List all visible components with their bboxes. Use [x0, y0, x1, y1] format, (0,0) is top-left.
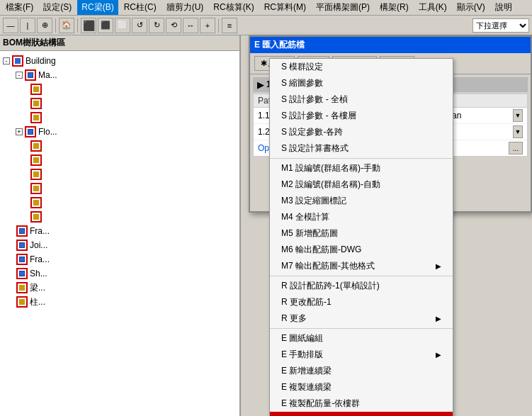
menu-r2[interactable]: R 更改配筋-1	[270, 294, 453, 310]
floor-icon-joi	[16, 239, 28, 252]
menu-e5[interactable]: E 複製配筋量-依樓群	[270, 395, 453, 412]
menu-s1[interactable]: S 模群設定	[270, 59, 453, 75]
tree-item-col[interactable]: 柱...	[1, 295, 238, 309]
menu-e3[interactable]: E 新增連續梁	[270, 363, 453, 379]
toolbar-btn-add[interactable]: ⊕	[37, 18, 52, 33]
tree-label-joi: Joi...	[30, 240, 47, 250]
beam-icon-flo5	[30, 196, 43, 209]
tree-item-flo-sub4[interactable]	[1, 181, 238, 196]
toolbar-btn-bar[interactable]: |	[20, 18, 35, 33]
prop-dropdown-1[interactable]: ▼	[513, 109, 523, 122]
menu-rc-col[interactable]: RC柱(C)	[120, 0, 161, 15]
tree-expand-flo[interactable]: +	[16, 128, 23, 135]
menu-s6[interactable]: S 設定計算書格式	[270, 140, 453, 157]
toolbar-btn-7[interactable]: ↔	[183, 18, 198, 33]
tree-item-sh[interactable]: Sh...	[1, 266, 238, 281]
toolbar-btn-home[interactable]: 🏠	[59, 18, 74, 33]
tree-label-flo: Flo...	[38, 127, 57, 137]
menu-tools[interactable]: 工具(K)	[414, 0, 451, 15]
menu-m7-arrow: ▶	[436, 262, 441, 270]
beam-icon-flo4	[30, 182, 43, 195]
toolbar-btn-6[interactable]: ⟲	[166, 18, 181, 33]
menu-s5[interactable]: S 設定參數-各跨	[270, 124, 453, 140]
menu-r3-arrow: ▶	[436, 315, 441, 322]
toolbar: — | ⊕ 🏠 ⬛ ⬛ ⬜ ↺ ↻ ⟲ ↔ + ≡ 下拉選擇	[0, 16, 532, 35]
toolbar-btn-9[interactable]: ≡	[222, 18, 237, 33]
menu-help[interactable]: 說明	[491, 0, 516, 15]
menu-s4[interactable]: S 設計參數 - 各樓層	[270, 108, 453, 124]
toolbar-btn-4[interactable]: ↺	[132, 18, 147, 33]
toolbar-btn-1[interactable]: ⬛	[81, 18, 96, 33]
toolbar-btn-dash[interactable]: —	[3, 18, 18, 33]
apply-icon: ✱	[261, 59, 267, 68]
menu-m5[interactable]: M5 新增配筋圖	[270, 225, 453, 242]
tree-item-beam[interactable]: 梁...	[1, 281, 238, 295]
toolbar-separator-1	[55, 18, 56, 33]
menu-rc-material[interactable]: RC算料(M)	[260, 0, 310, 15]
toolbar-btn-3[interactable]: ⬜	[115, 18, 130, 33]
main-layout: BOM樹狀結構區 - Building - Ma...	[0, 35, 532, 416]
menu-s2[interactable]: S 縮圖參數	[270, 75, 453, 91]
prop-dropdown-2[interactable]: ▼	[513, 125, 523, 138]
menu-m3[interactable]: M3 設定縮圖標記	[270, 193, 453, 209]
dialog-titlebar: E 匯入配筋檔	[250, 37, 531, 53]
menu-rc-check[interactable]: RC核算(K)	[209, 0, 258, 15]
beam-icon-flo1	[30, 140, 43, 152]
toolbar-btn-8[interactable]: +	[200, 18, 215, 33]
tree-label-sh: Sh...	[30, 269, 47, 279]
toolbar-dropdown[interactable]: 下拉選擇	[472, 18, 529, 33]
tree-item-sub2[interactable]	[1, 96, 238, 111]
left-panel: BOM樹狀結構區 - Building - Ma...	[0, 35, 241, 416]
tree-item-flo-sub5[interactable]	[1, 196, 238, 210]
floor-icon-sh	[16, 267, 28, 280]
beam-icon-flo6	[30, 210, 43, 223]
menu-plan[interactable]: 平面構架圖(P)	[312, 0, 374, 15]
menubar: 檔案(F) 設定(S) RC梁(B) RC柱(C) 牆剪力(U) RC核算(K)…	[0, 0, 532, 16]
menu-m1[interactable]: M1 設編號(群組名稱)-手動	[270, 160, 453, 176]
toolbar-btn-5[interactable]: ↻	[149, 18, 164, 33]
tree-item-ma[interactable]: - Ma...	[1, 68, 238, 82]
menu-m2[interactable]: M2 設編號(群組名稱)-自動	[270, 176, 453, 193]
tree-item-flo-sub6[interactable]	[1, 210, 238, 224]
open-file-button[interactable]: ...	[509, 142, 523, 154]
tree-item-joi[interactable]: Joi...	[1, 238, 238, 252]
tree-item-fra[interactable]: Fra...	[1, 224, 238, 238]
tree-item-flo-sub3[interactable]	[1, 167, 238, 181]
menu-r1[interactable]: R 設計配筋跨-1(單楨設計)	[270, 278, 453, 294]
menu-frame[interactable]: 構架(R)	[375, 0, 413, 15]
tree-item-flo[interactable]: + Flo...	[1, 125, 238, 139]
toolbar-separator-3	[218, 18, 219, 33]
menu-m6[interactable]: M6 輸出配筋圖-DWG	[270, 242, 453, 258]
tree-item-fra2[interactable]: Fra...	[1, 252, 238, 266]
col-icon-last	[16, 296, 28, 308]
left-panel-header: BOM樹狀結構區	[0, 35, 239, 51]
menu-settings[interactable]: 設定(S)	[39, 0, 76, 15]
tree-expand-building[interactable]: -	[3, 57, 10, 64]
menu-e2[interactable]: E 手動排版 ▶	[270, 347, 453, 363]
menu-e6-import[interactable]: E 匯入配筋檔	[270, 412, 453, 416]
menu-m7[interactable]: M7 輸出配筋圖-其他格式 ▶	[270, 258, 453, 274]
tree-item-sub3[interactable]	[1, 111, 238, 125]
menu-view[interactable]: 顯示(V)	[453, 0, 489, 15]
context-menu: S 模群設定 S 縮圖參數 S 設計參數 - 全楨 S 設計參數 - 各樓層 S…	[269, 58, 453, 416]
toolbar-btn-2[interactable]: ⬛	[98, 18, 113, 33]
tree-item-sub1[interactable]	[1, 82, 238, 96]
tree-label-building: Building	[26, 56, 56, 66]
tree-item-flo-sub2[interactable]	[1, 153, 238, 167]
tree-expand-ma[interactable]: -	[16, 72, 23, 79]
menu-r3[interactable]: R 更多 ▶	[270, 310, 453, 327]
menu-e4[interactable]: E 複製連續梁	[270, 379, 453, 395]
menu-sep-3	[270, 328, 453, 329]
menu-rc-beam[interactable]: RC梁(B)	[77, 0, 118, 15]
menu-s3[interactable]: S 設計參數 - 全楨	[270, 91, 453, 108]
right-panel: S 模群設定 S 縮圖參數 S 設計參數 - 全楨 S 設計參數 - 各樓層 S…	[241, 35, 532, 416]
menu-wall-shear[interactable]: 牆剪力(U)	[162, 0, 208, 15]
floor-icon-fra2	[16, 253, 28, 266]
tree-label-col: 柱...	[30, 296, 45, 308]
section-number-icon: ▶	[257, 80, 264, 90]
tree-item-building[interactable]: - Building	[1, 54, 238, 68]
tree-item-flo-sub1[interactable]	[1, 139, 238, 153]
menu-file[interactable]: 檔案(F)	[1, 0, 38, 15]
menu-e1[interactable]: E 圖紙編組	[270, 330, 453, 347]
menu-m4[interactable]: M4 全模計算	[270, 209, 453, 225]
